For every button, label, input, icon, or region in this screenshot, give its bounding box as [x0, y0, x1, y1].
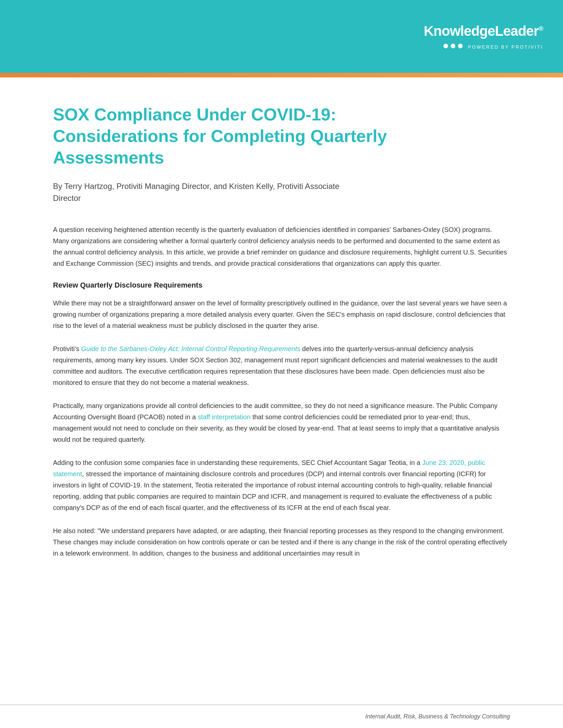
section1-para2: Protiviti's Guide to the Sarbanes-Oxley … [53, 343, 510, 388]
guide-link[interactable]: Guide to the Sarbanes-Oxley Act: Interna… [81, 345, 301, 352]
accent-bar [0, 73, 563, 77]
intro-paragraph: A question receiving heightened attentio… [53, 224, 510, 269]
dot-1 [444, 44, 448, 48]
section1-heading: Review Quarterly Disclosure Requirements [53, 281, 510, 290]
section1-para1: While there may not be a straightforward… [53, 297, 510, 331]
section1-para3: Practically, many organizations provide … [53, 400, 510, 445]
section1-para4-before-link: Adding to the confusion some companies f… [53, 459, 422, 466]
page-header: KnowledgeLeader® POWERED BY PROTIVITI [0, 0, 563, 73]
trademark-symbol: ® [539, 25, 543, 32]
section1-para2-before-link: Protiviti's [53, 345, 81, 352]
header-teal-left [0, 0, 371, 73]
section1-para4: Adding to the confusion some companies f… [53, 457, 510, 513]
dot-2 [451, 44, 455, 48]
main-content: SOX Compliance Under COVID-19: Considera… [0, 77, 563, 597]
dot-3 [458, 44, 463, 48]
page-footer: Internal Audit, Risk, Business & Technol… [0, 705, 563, 728]
section1-para5: He also noted: "We understand preparers … [53, 525, 510, 559]
section1-para4-after-link: , stressed the importance of maintaining… [53, 470, 492, 511]
header-brand-area: KnowledgeLeader® POWERED BY PROTIVITI [371, 0, 563, 73]
brand-name: KnowledgeLeader® [424, 23, 543, 39]
brand-dots-row [444, 44, 463, 48]
article-title: SOX Compliance Under COVID-19: Considera… [53, 104, 417, 168]
article-byline: By Terry Hartzog, Protiviti Managing Dir… [53, 180, 351, 204]
footer-text: Internal Audit, Risk, Business & Technol… [365, 713, 510, 720]
brand-subtitle: POWERED BY PROTIVITI [468, 44, 543, 50]
staff-interpretation-link[interactable]: staff interpretation [198, 413, 251, 421]
